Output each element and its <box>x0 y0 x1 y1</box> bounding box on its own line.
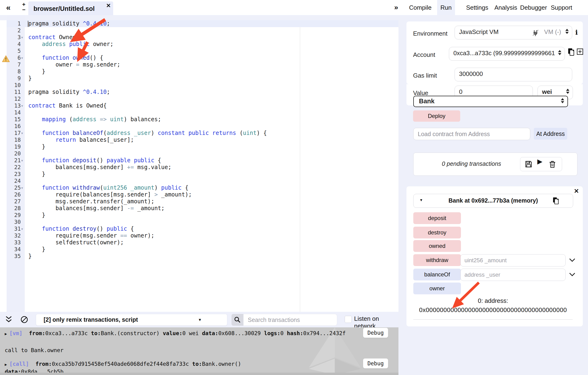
expand-args-chevron-icon[interactable] <box>569 273 575 276</box>
terminal-toolbar: [2] only remix transactions, script ▾ Se… <box>0 312 399 327</box>
save-transactions-icon[interactable] <box>525 161 532 168</box>
font-size-control[interactable]: + − <box>21 2 27 12</box>
copy-address-icon[interactable] <box>553 197 559 204</box>
at-address-button[interactable]: At Address <box>534 128 567 140</box>
code-line: contract Bank is Owned{ <box>0 102 399 109</box>
load-contract-placeholder: Load contract from Address <box>418 131 490 138</box>
code-line: function deposit() payable public { <box>0 157 399 164</box>
deployed-contract-header[interactable]: ▾ Bank at 0x692...77b3a (memory) <box>413 194 573 208</box>
withdraw-args-input[interactable]: uint256 _amount <box>461 254 566 267</box>
pending-transactions-text: 0 pending transactions <box>442 160 501 167</box>
zoom-out-icon[interactable]: − <box>21 7 27 12</box>
pending-transactions-box: 0 pending transactions ▶ <box>413 153 578 176</box>
environment-card: Environment JavaScript VM VM (-) i Accou… <box>407 21 583 84</box>
code-line: } <box>0 253 399 260</box>
environment-select[interactable]: JavaScript VM VM (-) <box>455 26 572 39</box>
menu-tab-settings[interactable]: Settings <box>463 0 492 15</box>
account-label: Account <box>413 51 435 58</box>
owned-function-button[interactable]: owned <box>413 240 461 252</box>
environment-value: JavaScript VM <box>459 28 499 36</box>
fold-caret-icon[interactable]: ▾ <box>21 184 25 191</box>
deposit-function-button[interactable]: deposit <box>413 212 461 224</box>
deploy-button[interactable]: Deploy <box>413 110 460 122</box>
fold-caret-icon[interactable]: ▾ <box>21 34 25 41</box>
expand-log-icon[interactable]: ▶ <box>5 332 7 336</box>
fold-caret-icon[interactable]: ▾ <box>21 157 25 164</box>
remove-deployed-contract-icon[interactable]: ✕ <box>574 188 579 195</box>
destroy-function-button[interactable]: destroy <box>413 227 461 238</box>
terminal-bottom-strip <box>0 373 399 375</box>
fold-caret-icon[interactable]: ▾ <box>21 54 25 61</box>
menu-tab-analysis[interactable]: Analysis <box>491 0 521 15</box>
menu-tab-run[interactable]: Run <box>437 0 455 15</box>
code-editor[interactable]: 1234567891011121314151617181920212223242… <box>0 15 399 312</box>
environment-label: Environment <box>413 30 448 37</box>
code-line: owner = msg.sender; <box>0 61 399 68</box>
deployed-contract-title: Bank at 0x692...77b3a (memory) <box>414 197 573 204</box>
collapse-terminal-icon[interactable] <box>5 316 12 323</box>
select-stepper-icon[interactable] <box>565 29 569 34</box>
fold-caret-icon[interactable]: ▾ <box>21 225 25 232</box>
menu-tab-compile[interactable]: Compile <box>406 0 435 15</box>
search-transactions-input[interactable]: Search transactions <box>243 314 337 326</box>
code-line: pragma solidity ^0.4.10; <box>0 20 399 27</box>
file-tab-title: browser/Untitled.sol <box>33 5 95 12</box>
deploy-button-label: Deploy <box>428 113 446 119</box>
select-stepper-icon[interactable] <box>566 89 569 94</box>
withdraw-function-button[interactable]: withdraw <box>413 254 461 266</box>
owner-function-button[interactable]: owner <box>413 283 461 294</box>
debug-button[interactable]: Debug <box>363 358 388 368</box>
code-line: address public owner; <box>0 41 399 48</box>
select-stepper-icon[interactable] <box>558 50 561 55</box>
expand-args-chevron-icon[interactable] <box>569 258 575 262</box>
code-line: mapping (address => uint) balances; <box>0 116 399 123</box>
play-transactions-icon[interactable]: ▶ <box>537 158 543 165</box>
copy-account-icon[interactable] <box>568 48 575 56</box>
expand-panel-icon[interactable]: » <box>394 3 398 11</box>
balanceOf-function-button[interactable]: balanceOf <box>413 269 461 280</box>
code-line: function withdraw(uint256 _amount) publi… <box>0 184 399 191</box>
account-select[interactable]: 0xca3...a733c (99.99999999999966119 <box>449 47 565 61</box>
code-line: function destroy() public { <box>0 225 399 232</box>
log-tag: [vm] <box>10 330 29 336</box>
code-line: } <box>0 171 399 178</box>
transaction-actions-group: ▶ <box>520 157 562 171</box>
code-line: balances[msg.sender] += msg.value; <box>0 164 399 171</box>
code-line: } <box>0 75 399 82</box>
output-address-value: 0x00000000000000000000000000000000000000… <box>413 306 573 314</box>
log-message: call to Bank.owner <box>5 347 63 354</box>
info-icon[interactable]: i <box>575 29 578 36</box>
add-account-icon[interactable] <box>577 48 583 55</box>
menu-tab-debugger[interactable]: Debugger <box>517 0 550 15</box>
withdraw-args-placeholder: uint256 _amount <box>464 257 507 264</box>
file-tab[interactable]: browser/Untitled.sol ✕ <box>28 1 113 15</box>
code-line: pragma solidity ^0.4.10; <box>0 89 399 96</box>
delete-transactions-icon[interactable] <box>549 160 556 168</box>
collapse-left-icon[interactable]: « <box>6 3 10 12</box>
gas-limit-input[interactable]: 3000000 <box>455 68 572 81</box>
terminal-log-area[interactable]: Debug▶[vm] from:0xca3...a733c to:Bank.(c… <box>0 327 399 375</box>
terminal-filter-dropdown[interactable]: [2] only remix transactions, script ▾ <box>36 314 227 326</box>
contract-select[interactable]: Bank <box>413 96 568 107</box>
code-line: } <box>0 212 399 219</box>
select-stepper-icon[interactable] <box>561 98 564 103</box>
debug-button[interactable]: Debug <box>363 328 388 338</box>
warning-icon <box>2 55 10 62</box>
code-line: require(msg.sender == owner); <box>0 232 399 239</box>
fold-caret-icon[interactable]: ▾ <box>21 102 25 109</box>
menu-tab-support[interactable]: Support <box>547 0 576 15</box>
load-contract-input[interactable]: Load contract from Address <box>413 128 530 140</box>
fold-caret-icon[interactable]: ▾ <box>21 130 25 137</box>
code-line <box>0 82 399 89</box>
close-tab-icon[interactable]: ✕ <box>106 2 111 9</box>
balanceOf-args-input[interactable]: address _user <box>461 269 566 281</box>
listen-on-network-checkbox[interactable] <box>345 316 352 323</box>
expand-log-icon[interactable]: ▶ <box>5 362 7 367</box>
search-icon-box <box>231 314 243 326</box>
gas-limit-value: 3000000 <box>459 70 483 78</box>
code-line <box>0 96 399 102</box>
clear-console-icon[interactable] <box>20 316 28 324</box>
code-line <box>0 27 399 34</box>
code-line: selfdestruct(owner); <box>0 239 399 246</box>
chevron-down-icon: ▾ <box>199 317 201 322</box>
